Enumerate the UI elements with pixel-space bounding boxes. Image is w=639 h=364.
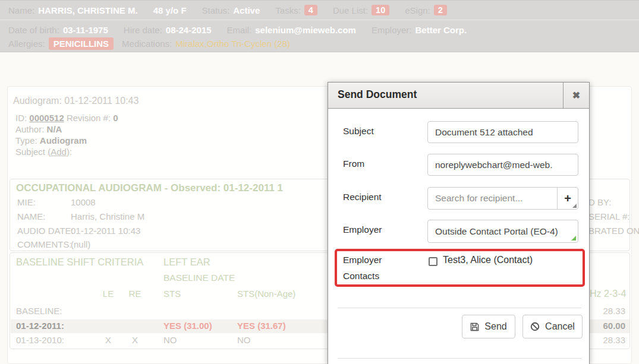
doc-id-link[interactable]: 0000512 [29, 113, 64, 123]
subject-label: Subject [343, 126, 374, 137]
send-button[interactable]: Send [462, 315, 515, 338]
patient-email: selenium@mieweb.com [255, 25, 356, 35]
send-button-label: Send [484, 321, 506, 332]
recipient-search-input[interactable]: Search for recipient... [428, 188, 558, 209]
allergy-badge[interactable]: PENICILLINS [49, 37, 114, 50]
footer-divider [338, 308, 581, 308]
employer-select-value: Outside Contact Portal (EO-4) [435, 226, 558, 237]
due-list-count-badge[interactable]: 10 [372, 5, 389, 15]
patient-status: Active [233, 5, 260, 15]
banner-divider [0, 20, 639, 20]
subject-add-link[interactable]: Add [51, 147, 67, 157]
document-meta: ID: 0000512 Revision #: 0 Author: N/A Ty… [15, 113, 313, 160]
employer-select[interactable]: Outside Contact Portal (EO-4) [427, 220, 578, 243]
tasks-count-badge[interactable]: 4 [304, 5, 317, 15]
doc-author-value: N/A [47, 124, 62, 134]
status-label: Status: [202, 5, 230, 15]
patient-age-sex: 48 y/o F [153, 5, 187, 15]
employer-contact-checkbox[interactable] [429, 257, 437, 266]
column-le: LE [99, 289, 117, 299]
calibrated-fragment: BRATED ON [588, 226, 639, 236]
patient-banner: Name: HARRIS, CHRISTINE M. 48 y/o F Stat… [0, 0, 639, 52]
allergies-label: Allergies: [8, 39, 45, 49]
modal-title: Send Document [338, 88, 417, 101]
resize-grip-icon[interactable] [572, 204, 577, 208]
hire-date-label: Hire date: [124, 25, 162, 35]
recipient-field-group: Search for recipient... + [427, 187, 578, 210]
medications-label: Medications: [122, 39, 172, 49]
doc-author-label: Author: [15, 124, 44, 134]
patient-employer: Better Corp. [415, 25, 467, 35]
baseline-section-title: BASELINE SHIFT CRITERIA [16, 257, 143, 268]
email-label: Email: [227, 25, 252, 35]
doc-id-label: ID: [15, 113, 27, 123]
bottom-divider [338, 358, 581, 359]
send-document-modal: Send Document ✖ Subject Document 512 att… [328, 82, 590, 364]
name-label: Name: [8, 5, 34, 15]
ban-icon [530, 322, 540, 331]
employer-label: Employer: [372, 25, 412, 35]
patient-hire-date: 08-24-2015 [166, 25, 212, 35]
dob-label: Date of birth: [8, 25, 59, 35]
baseline-date-header: BASELINE DATE [163, 273, 235, 283]
esign-count-badge[interactable]: 2 [434, 5, 447, 15]
esign-label: eSign: [405, 5, 430, 15]
employer-contacts-label: EmployerContacts [343, 252, 382, 284]
doc-subject-label: Subject ( [15, 147, 51, 157]
tasks-label: Tasks: [275, 5, 301, 15]
doc-type-value: Audiogram [40, 135, 87, 145]
doc-revision-value: 0 [113, 113, 118, 123]
employer-field-label: Employer [343, 224, 382, 235]
medication-link-2[interactable]: Ortho Tri-Cyclen (28) [207, 39, 290, 49]
save-icon [470, 322, 479, 331]
doc-type-label: Type: [15, 135, 37, 145]
recipient-label: Recipient [343, 192, 382, 202]
report-title: OCCUPATIONAL AUDIOGRAM - Observed: 01-12… [16, 182, 283, 194]
column-sts-non-age: STS(Non-Age) [237, 289, 295, 299]
column-hz-avg: Hz 2-3-4 [590, 289, 626, 299]
due-list-label: Due List: [333, 5, 368, 15]
doc-revision-label: Revision #: [67, 113, 111, 123]
modal-header: Send Document ✖ [328, 83, 589, 109]
patient-banner-row-3: Allergies: PENICILLINS Medications: Mira… [8, 36, 635, 50]
left-ear-header: LEFT EAR [163, 257, 210, 268]
serial-fragment: SERIAL #: [588, 211, 629, 221]
employer-contact-option[interactable]: Test3, Alice (Contact) [443, 255, 533, 265]
subject-input[interactable]: Document 512 attached [427, 121, 578, 143]
from-input[interactable]: noreplywebchart@med-web. [427, 154, 578, 176]
column-sts: STS [163, 289, 181, 299]
patient-name: HARRIS, CHRISTINE M. [38, 5, 138, 15]
column-re: RE [126, 289, 144, 299]
cancel-button-label: Cancel [545, 321, 575, 332]
patient-banner-row-2: Date of birth: 03-11-1975 Hire date: 08-… [8, 23, 635, 37]
tested-by-fragment: D BY: [588, 197, 611, 207]
doc-subject-suffix: ): [67, 147, 72, 157]
document-title: Audiogram: 01-12-2011 10:43 [13, 96, 138, 106]
patient-banner-row-1: Name: HARRIS, CHRISTINE M. 48 y/o F Stat… [8, 3, 635, 17]
patient-dob: 03-11-1975 [63, 25, 108, 35]
dropdown-grip-icon [571, 236, 576, 240]
from-label: From [343, 159, 364, 169]
cancel-button[interactable]: Cancel [522, 315, 583, 338]
close-icon[interactable]: ✖ [563, 83, 589, 108]
medication-link-1[interactable]: Miralax [175, 39, 204, 49]
